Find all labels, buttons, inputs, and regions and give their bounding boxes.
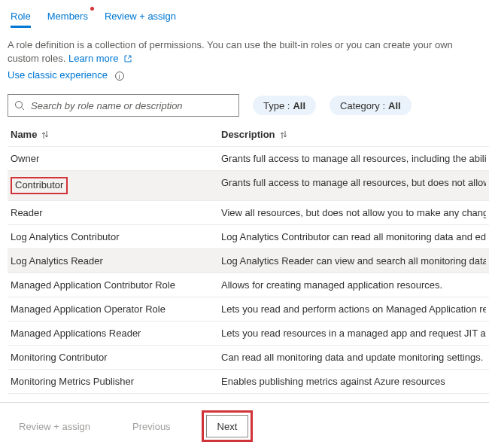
table-row[interactable]: Managed Application Contributor RoleAllo… bbox=[8, 273, 489, 297]
search-input[interactable] bbox=[29, 99, 232, 112]
table-row[interactable]: ReaderView all resources, but does not a… bbox=[8, 200, 489, 224]
table-row[interactable]: OwnerGrants full access to manage all re… bbox=[8, 146, 489, 170]
column-header-name[interactable]: Name bbox=[11, 129, 221, 140]
table-row[interactable]: Log Analytics ContributorLog Analytics C… bbox=[8, 224, 489, 248]
filter-category-pill[interactable]: Category : All bbox=[330, 96, 412, 115]
role-desc-cell: Log Analytics Reader can view and search… bbox=[221, 255, 486, 267]
table-row[interactable]: Managed Application Operator RoleLets yo… bbox=[8, 297, 489, 321]
search-icon bbox=[14, 100, 25, 111]
role-name-cell: Monitoring Metrics Publisher bbox=[11, 376, 221, 387]
table-row[interactable]: Monitoring Metrics PublisherEnables publ… bbox=[8, 369, 489, 393]
table-row[interactable]: Managed Applications ReaderLets you read… bbox=[8, 321, 489, 345]
role-name-highlight: Contributor bbox=[11, 177, 68, 194]
external-link-icon bbox=[124, 53, 132, 66]
column-header-description[interactable]: Description bbox=[221, 129, 486, 140]
role-name-cell: Contributor bbox=[11, 177, 221, 194]
role-desc-cell: Can read all monitoring data and update … bbox=[221, 352, 486, 363]
classic-experience-row: Use classic experience i bbox=[8, 69, 489, 81]
table-row[interactable]: ContributorGrants full access to manage … bbox=[8, 170, 489, 200]
previous-button[interactable]: Previous bbox=[121, 415, 182, 437]
next-button-highlight: Next bbox=[202, 410, 254, 442]
role-name-cell: Managed Application Contributor Role bbox=[11, 279, 221, 291]
sort-icon bbox=[280, 130, 287, 139]
role-name-cell: Owner bbox=[11, 153, 221, 164]
role-desc-cell: Grants full access to manage all resourc… bbox=[221, 177, 486, 194]
controls-row: Type : All Category : All bbox=[8, 94, 489, 117]
table-row[interactable]: Monitoring ContributorCan read all monit… bbox=[8, 345, 489, 369]
next-button[interactable]: Next bbox=[206, 415, 249, 437]
tab-role[interactable]: Role bbox=[11, 8, 31, 28]
info-icon[interactable]: i bbox=[115, 72, 124, 81]
role-desc-cell: Lets you read and perform actions on Man… bbox=[221, 303, 486, 315]
svg-line-1 bbox=[22, 108, 25, 111]
role-name-cell: Managed Applications Reader bbox=[11, 328, 221, 339]
role-name-cell: Log Analytics Contributor bbox=[11, 231, 221, 242]
learn-more-link[interactable]: Learn more bbox=[68, 53, 132, 64]
tab-members[interactable]: Members bbox=[47, 8, 88, 28]
table-header: Name Description bbox=[8, 129, 489, 146]
filter-type-pill[interactable]: Type : All bbox=[253, 96, 316, 115]
role-desc-cell: Log Analytics Contributor can read all m… bbox=[221, 231, 486, 242]
svg-point-0 bbox=[16, 102, 23, 108]
role-desc-cell: Grants full access to manage all resourc… bbox=[221, 153, 486, 164]
tabs-bar: Role Members Review + assign bbox=[8, 8, 489, 28]
role-name-cell: Monitoring Contributor bbox=[11, 352, 221, 363]
intro-text: A role definition is a collection of per… bbox=[8, 38, 489, 66]
tab-members-label: Members bbox=[47, 11, 88, 22]
footer-bar: Review + assign Previous Next bbox=[0, 402, 489, 442]
classic-experience-link[interactable]: Use classic experience bbox=[8, 69, 108, 81]
role-name-cell: Reader bbox=[11, 207, 221, 218]
roles-table-body: OwnerGrants full access to manage all re… bbox=[8, 146, 489, 441]
tab-review-assign[interactable]: Review + assign bbox=[105, 8, 176, 28]
sort-icon bbox=[41, 130, 49, 139]
tab-members-badge bbox=[90, 7, 94, 11]
role-desc-cell: Lets you read resources in a managed app… bbox=[221, 328, 486, 339]
review-assign-button[interactable]: Review + assign bbox=[8, 415, 102, 437]
search-box[interactable] bbox=[8, 94, 239, 117]
role-name-cell: Managed Application Operator Role bbox=[11, 303, 221, 315]
role-desc-cell: View all resources, but does not allow y… bbox=[221, 207, 486, 218]
role-desc-cell: Allows for creating managed application … bbox=[221, 279, 486, 291]
role-desc-cell: Enables publishing metrics against Azure… bbox=[221, 376, 486, 387]
role-name-cell: Log Analytics Reader bbox=[11, 255, 221, 267]
table-row[interactable]: Log Analytics ReaderLog Analytics Reader… bbox=[8, 248, 489, 273]
